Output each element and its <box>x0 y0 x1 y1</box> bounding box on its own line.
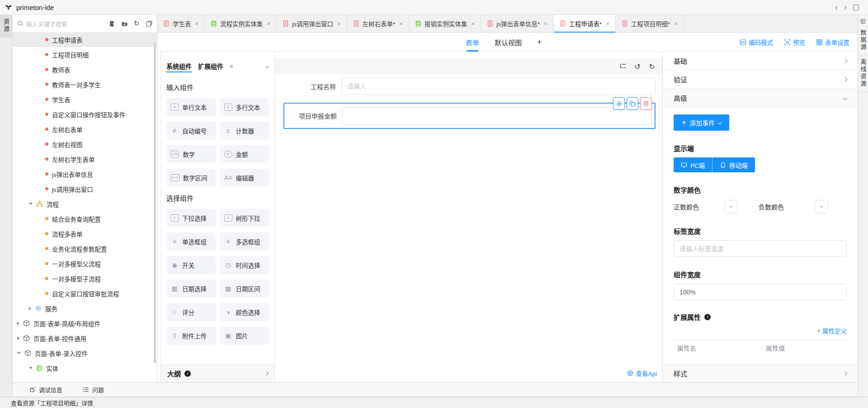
tree-item[interactable]: 页面-表单-录入控件 <box>13 346 157 361</box>
nav-forward-icon[interactable]: › <box>844 3 847 11</box>
tree-item[interactable]: 一对多模型父流程 <box>13 256 157 271</box>
close-icon[interactable]: × <box>544 20 547 27</box>
form-field[interactable]: 工程名称 <box>275 78 656 95</box>
editor-tab[interactable]: js弹出表单信息*× <box>481 15 554 32</box>
tree-item[interactable]: js弹出表单信息 <box>13 166 157 181</box>
tree-item[interactable]: 工程申请表 <box>13 32 157 47</box>
issues-button[interactable]: 问题 <box>82 385 104 394</box>
palette-item[interactable]: ±计数器 <box>220 122 269 140</box>
tree-item[interactable]: js调用弹出窗口 <box>13 181 157 196</box>
expand-arrow-down-icon[interactable] <box>17 352 21 354</box>
tree-item[interactable]: 页面-表单-高级/布局组件 <box>13 316 157 331</box>
tree-item[interactable]: 左树右表单 <box>13 122 157 137</box>
outline-footer[interactable]: 大纲 i <box>161 364 274 382</box>
close-icon[interactable]: × <box>267 20 271 27</box>
section-basic[interactable]: 基础 <box>663 52 858 70</box>
section-style[interactable]: 样式 <box>663 364 858 382</box>
palette-item[interactable]: ◉开关 <box>166 256 216 274</box>
tree-item[interactable]: 结合业务查询配置 <box>13 211 157 226</box>
refresh-icon[interactable]: ↻ <box>133 20 140 27</box>
editor-tab[interactable]: 左树右表单*× <box>347 15 409 32</box>
editor-tab[interactable]: js调用弹出窗口× <box>277 15 347 32</box>
close-icon[interactable]: × <box>337 20 341 27</box>
expand-arrow-right-icon[interactable] <box>29 307 31 310</box>
debug-info-button[interactable]: 调试信息 <box>29 385 62 394</box>
form-field-selected[interactable]: 项目申报金额 <box>283 103 656 129</box>
palette-tab-extension[interactable]: 扩展组件 <box>198 58 223 74</box>
tree-item[interactable]: 左树右学生表单 <box>13 152 157 166</box>
section-validation[interactable]: 验证 <box>663 70 858 89</box>
palette-tab-system[interactable]: 系统组件 <box>166 58 192 74</box>
add-event-button[interactable]: + 添加事件 <box>674 114 729 131</box>
palette-item[interactable]: ≡树形下拉 <box>220 209 269 227</box>
palette-item[interactable]: ∨下拉选择 <box>166 209 216 227</box>
redo-icon[interactable]: ↻ <box>648 62 656 71</box>
tree-item[interactable]: 一对多模型子流程 <box>13 271 157 286</box>
close-icon[interactable]: × <box>195 20 199 27</box>
palette-item[interactable]: ≡多选框组 <box>220 232 269 251</box>
new-folder-icon[interactable] <box>121 20 128 27</box>
expand-arrow-down-icon[interactable] <box>29 367 33 369</box>
palette-item[interactable]: A≡编辑器 <box>220 169 269 187</box>
form-settings-button[interactable]: 表单设置 <box>816 38 849 47</box>
field-delete-button[interactable] <box>640 97 652 110</box>
editor-tab[interactable]: 工程申请表*× <box>554 15 616 32</box>
define-property-link[interactable]: + 属性定义 <box>674 326 847 335</box>
palette-collapse-icon[interactable] <box>265 64 270 68</box>
section-advanced[interactable]: 高级 <box>663 89 858 107</box>
palette-item[interactable]: ▣图片 <box>220 327 269 345</box>
tree-item[interactable]: 流程 <box>13 196 157 211</box>
field-settings-button[interactable] <box>613 97 625 110</box>
expand-arrow-down-icon[interactable] <box>29 203 33 205</box>
canvas-tab-default-view[interactable]: 默认视图 <box>495 33 522 52</box>
tree-item[interactable]: 左树右视图 <box>13 137 157 152</box>
palette-item[interactable]: ◑颜色选择 <box>220 303 269 321</box>
close-icon[interactable]: × <box>399 20 403 27</box>
palette-item[interactable]: ▦日期区间 <box>220 280 269 298</box>
preview-button[interactable]: 预览 <box>784 38 805 47</box>
tree-item[interactable]: 业务化流程参数配置 <box>13 241 157 256</box>
palette-item[interactable]: ☆评分 <box>166 303 216 321</box>
nav-back-icon[interactable]: ‹ <box>835 3 838 11</box>
tree-item[interactable]: 教师表一对多学生 <box>13 77 157 92</box>
tree-item[interactable]: 自定义窗口操作按钮及事件 <box>13 107 157 122</box>
palette-item[interactable]: #自动编号 <box>166 122 216 140</box>
palette-item[interactable]: ⇧附件上传 <box>166 327 216 345</box>
editor-tab[interactable]: 流程实例实体集× <box>205 15 277 32</box>
palette-item[interactable]: A多行文本 <box>220 98 269 116</box>
palette-item[interactable]: ≡单选框组 <box>166 232 216 251</box>
canvas-tab-form[interactable]: 表单 <box>466 33 479 52</box>
undo-icon[interactable]: ↺ <box>633 62 642 71</box>
editor-tab[interactable]: 报销实例实体集× <box>409 15 481 32</box>
palette-item[interactable]: A单行文本 <box>166 98 216 116</box>
mobile-target-button[interactable]: 移动端 <box>712 157 755 172</box>
code-mode-button[interactable]: 编码模式 <box>740 38 773 47</box>
tree-item[interactable]: 自定义窗口按钮审批流程 <box>13 286 157 301</box>
field-input[interactable] <box>342 107 652 124</box>
outline-icon[interactable] <box>619 62 627 71</box>
label-width-input[interactable] <box>674 240 847 257</box>
tree-scrollbar[interactable] <box>154 42 156 363</box>
positive-color-picker[interactable]: × <box>724 200 738 213</box>
tree-item[interactable]: 学生表 <box>13 92 157 107</box>
window-layout-icon[interactable] <box>853 5 859 10</box>
expand-arrow-right-icon[interactable] <box>17 337 19 340</box>
field-input[interactable] <box>341 78 656 95</box>
palette-item[interactable]: 1~3数字区间 <box>166 169 216 187</box>
strip-tab-offline-resources[interactable]: 离线资源 <box>858 55 868 92</box>
tree-item[interactable]: 服务 <box>13 301 157 316</box>
palette-item[interactable]: ¥金额 <box>220 145 269 163</box>
tree-item[interactable]: 页面-表单-控件通用 <box>13 331 157 346</box>
palette-item[interactable]: 123数字 <box>166 145 216 163</box>
editor-tab[interactable]: 学生表× <box>157 15 205 32</box>
palette-menu-icon[interactable]: ≡ <box>230 63 233 70</box>
expand-arrow-right-icon[interactable] <box>17 322 19 325</box>
search-input[interactable]: 输入关键字搜索 <box>17 19 106 28</box>
negative-color-picker[interactable]: × <box>815 200 828 213</box>
editor-tab[interactable]: 工程项目明细*× <box>616 15 684 32</box>
tree-item[interactable]: 教师表 <box>13 62 157 77</box>
field-copy-button[interactable] <box>627 97 638 110</box>
close-icon[interactable]: × <box>606 20 609 27</box>
pc-target-button[interactable]: PC端 <box>674 157 712 172</box>
palette-item[interactable]: ▦日期选择 <box>166 280 216 298</box>
